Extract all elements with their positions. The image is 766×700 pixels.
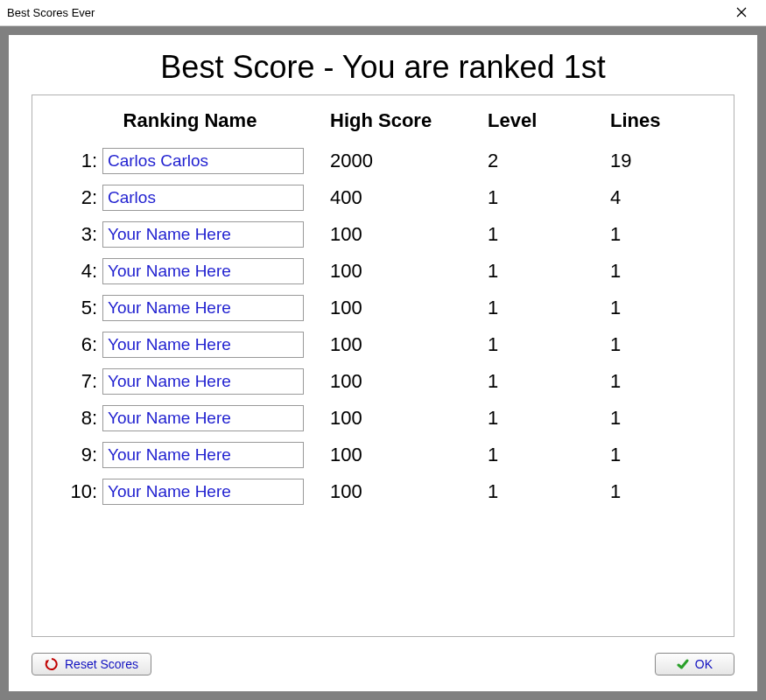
name-cell xyxy=(102,442,330,468)
reset-icon xyxy=(45,657,59,671)
name-input[interactable] xyxy=(102,332,304,358)
content-panel: Best Score - You are ranked 1st Ranking … xyxy=(9,35,757,691)
window: Best Scores Ever Best Score - You are ra… xyxy=(0,0,766,700)
close-button[interactable] xyxy=(724,1,759,25)
lines-cell: 1 xyxy=(610,260,715,283)
name-input[interactable] xyxy=(102,442,304,468)
page-title: Best Score - You are ranked 1st xyxy=(32,46,734,94)
name-input[interactable] xyxy=(102,258,304,284)
lines-cell: 1 xyxy=(610,370,715,393)
level-cell: 1 xyxy=(488,260,610,283)
name-input[interactable] xyxy=(102,405,304,431)
ok-button[interactable]: OK xyxy=(655,653,734,676)
rank-label: 8: xyxy=(50,407,102,430)
name-input[interactable] xyxy=(102,368,304,395)
lines-cell: 1 xyxy=(610,407,715,430)
score-cell: 100 xyxy=(330,407,488,430)
score-cell: 100 xyxy=(330,444,488,466)
lines-cell: 19 xyxy=(610,150,715,172)
header-ranking-name: Ranking Name xyxy=(50,109,330,137)
window-body: Best Score - You are ranked 1st Ranking … xyxy=(0,26,766,700)
ok-label: OK xyxy=(695,657,713,671)
rank-label: 6: xyxy=(50,333,102,356)
window-title: Best Scores Ever xyxy=(7,6,95,19)
level-cell: 1 xyxy=(488,480,610,503)
lines-cell: 1 xyxy=(610,480,715,503)
footer: Reset Scores OK xyxy=(32,637,734,676)
level-cell: 1 xyxy=(488,186,610,209)
score-cell: 100 xyxy=(330,260,488,283)
level-cell: 2 xyxy=(488,150,610,172)
level-cell: 1 xyxy=(488,370,610,393)
name-cell xyxy=(102,332,330,358)
rank-label: 5: xyxy=(50,297,102,319)
check-icon xyxy=(677,658,689,670)
scores-grid: Ranking Name High Score Level Lines 1: 2… xyxy=(50,109,716,505)
titlebar: Best Scores Ever xyxy=(0,0,766,26)
level-cell: 1 xyxy=(488,444,610,466)
score-cell: 100 xyxy=(330,370,488,393)
rank-label: 1: xyxy=(50,150,102,172)
reset-scores-label: Reset Scores xyxy=(65,657,138,671)
close-icon xyxy=(736,5,747,21)
name-cell xyxy=(102,295,330,321)
header-lines: Lines xyxy=(610,109,715,137)
name-input[interactable] xyxy=(102,185,304,211)
score-cell: 2000 xyxy=(330,150,488,172)
name-input[interactable] xyxy=(102,221,304,248)
name-cell xyxy=(102,479,330,505)
name-cell xyxy=(102,185,330,211)
level-cell: 1 xyxy=(488,223,610,246)
rank-label: 2: xyxy=(50,186,102,209)
name-cell xyxy=(102,405,330,431)
rank-label: 9: xyxy=(50,444,102,466)
header-high-score: High Score xyxy=(330,109,488,137)
level-cell: 1 xyxy=(488,297,610,319)
name-cell xyxy=(102,148,330,174)
score-cell: 400 xyxy=(330,186,488,209)
rank-label: 10: xyxy=(50,480,102,503)
lines-cell: 1 xyxy=(610,297,715,319)
lines-cell: 4 xyxy=(610,186,715,209)
header-level: Level xyxy=(488,109,610,137)
score-cell: 100 xyxy=(330,480,488,503)
level-cell: 1 xyxy=(488,333,610,356)
rank-label: 3: xyxy=(50,223,102,246)
score-cell: 100 xyxy=(330,223,488,246)
name-cell xyxy=(102,258,330,284)
score-cell: 100 xyxy=(330,297,488,319)
rank-label: 4: xyxy=(50,260,102,283)
name-cell xyxy=(102,221,330,248)
score-cell: 100 xyxy=(330,333,488,356)
lines-cell: 1 xyxy=(610,333,715,356)
lines-cell: 1 xyxy=(610,444,715,466)
name-input[interactable] xyxy=(102,148,304,174)
name-input[interactable] xyxy=(102,479,304,505)
level-cell: 1 xyxy=(488,407,610,430)
name-cell xyxy=(102,368,330,395)
lines-cell: 1 xyxy=(610,223,715,246)
rank-label: 7: xyxy=(50,370,102,393)
name-input[interactable] xyxy=(102,295,304,321)
reset-scores-button[interactable]: Reset Scores xyxy=(32,653,151,676)
scores-frame: Ranking Name High Score Level Lines 1: 2… xyxy=(32,94,734,637)
